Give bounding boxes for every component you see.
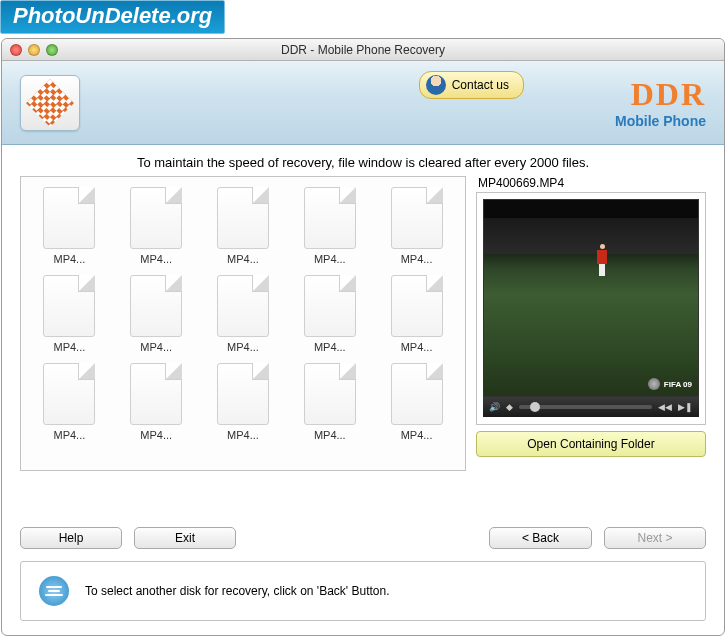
file-label: MP4... xyxy=(213,341,273,353)
file-label: MP4... xyxy=(300,341,360,353)
titlebar: DDR - Mobile Phone Recovery xyxy=(2,39,724,61)
file-list-pane[interactable]: MP4...MP4...MP4...MP4...MP4...MP4...MP4.… xyxy=(20,176,466,471)
file-thumb-icon xyxy=(217,275,269,337)
file-label: MP4... xyxy=(126,429,186,441)
hint-box: To select another disk for recovery, cli… xyxy=(20,561,706,621)
video-scene-player xyxy=(595,244,609,278)
file-label: MP4... xyxy=(387,341,447,353)
file-thumb-icon xyxy=(304,275,356,337)
footer-button-row: Help Exit < Back Next > xyxy=(2,475,724,557)
volume-icon[interactable]: 🔊 xyxy=(489,402,500,412)
file-label: MP4... xyxy=(39,341,99,353)
file-thumb-icon xyxy=(130,363,182,425)
file-item[interactable]: MP4... xyxy=(378,275,455,357)
file-label: MP4... xyxy=(126,341,186,353)
file-item[interactable]: MP4... xyxy=(31,275,108,357)
contact-us-button[interactable]: Contact us xyxy=(419,71,524,99)
file-item[interactable]: MP4... xyxy=(31,363,108,445)
file-label: MP4... xyxy=(126,253,186,265)
maximize-icon[interactable] xyxy=(46,44,58,56)
play-pause-icon[interactable]: ▶❚ xyxy=(678,402,693,412)
checker-icon xyxy=(26,78,74,126)
file-item[interactable]: MP4... xyxy=(291,187,368,269)
file-item[interactable]: MP4... xyxy=(291,363,368,445)
help-button[interactable]: Help xyxy=(20,527,122,549)
next-button: Next > xyxy=(604,527,706,549)
app-window: DDR - Mobile Phone Recovery Contact us D… xyxy=(1,38,725,636)
file-thumb-icon xyxy=(217,187,269,249)
file-thumb-icon xyxy=(391,275,443,337)
site-logo: PhotoUnDelete.org xyxy=(0,0,225,34)
exit-button[interactable]: Exit xyxy=(134,527,236,549)
seek-slider[interactable] xyxy=(519,405,652,409)
file-label: MP4... xyxy=(39,253,99,265)
hint-icon xyxy=(39,576,69,606)
file-thumb-icon xyxy=(43,275,95,337)
ea-logo-icon xyxy=(648,378,660,390)
contact-label: Contact us xyxy=(452,78,509,92)
file-thumb-icon xyxy=(130,275,182,337)
window-title: DDR - Mobile Phone Recovery xyxy=(2,43,724,57)
prev-icon[interactable]: ◀◀ xyxy=(658,402,672,412)
file-thumb-icon xyxy=(43,363,95,425)
app-icon xyxy=(20,75,80,131)
file-thumb-icon xyxy=(304,363,356,425)
stop-icon[interactable]: ◆ xyxy=(506,402,513,412)
file-item[interactable]: MP4... xyxy=(378,363,455,445)
file-item[interactable]: MP4... xyxy=(378,187,455,269)
file-item[interactable]: MP4... xyxy=(205,187,282,269)
file-thumb-icon xyxy=(43,187,95,249)
file-label: MP4... xyxy=(300,253,360,265)
file-item[interactable]: MP4... xyxy=(291,275,368,357)
file-thumb-icon xyxy=(391,187,443,249)
video-controls: 🔊 ◆ ◀◀ ▶❚ xyxy=(483,397,699,417)
file-label: MP4... xyxy=(387,429,447,441)
file-thumb-icon xyxy=(304,187,356,249)
header-banner: Contact us DDR Mobile Phone xyxy=(2,61,724,145)
preview-pane: FIFA 09 🔊 ◆ ◀◀ ▶❚ xyxy=(476,192,706,425)
file-label: MP4... xyxy=(300,429,360,441)
file-label: MP4... xyxy=(387,253,447,265)
file-thumb-icon xyxy=(130,187,182,249)
file-thumb-icon xyxy=(391,363,443,425)
file-item[interactable]: MP4... xyxy=(118,363,195,445)
minimize-icon[interactable] xyxy=(28,44,40,56)
file-item[interactable]: MP4... xyxy=(31,187,108,269)
video-scene-stadium xyxy=(484,218,698,254)
file-item[interactable]: MP4... xyxy=(118,187,195,269)
file-thumb-icon xyxy=(217,363,269,425)
file-item[interactable]: MP4... xyxy=(205,363,282,445)
notice-text: To maintain the speed of recovery, file … xyxy=(20,151,706,176)
open-containing-folder-button[interactable]: Open Containing Folder xyxy=(476,431,706,457)
preview-filename: MP400669.MP4 xyxy=(476,176,706,192)
video-preview[interactable]: FIFA 09 xyxy=(483,199,699,397)
brand-subtitle: Mobile Phone xyxy=(615,113,706,129)
file-item[interactable]: MP4... xyxy=(118,275,195,357)
back-button[interactable]: < Back xyxy=(489,527,592,549)
contact-avatar-icon xyxy=(426,75,446,95)
hint-text: To select another disk for recovery, cli… xyxy=(85,584,390,598)
fifa-watermark: FIFA 09 xyxy=(648,378,692,390)
file-label: MP4... xyxy=(39,429,99,441)
file-label: MP4... xyxy=(213,429,273,441)
brand-logo: DDR xyxy=(615,76,706,113)
close-icon[interactable] xyxy=(10,44,22,56)
file-label: MP4... xyxy=(213,253,273,265)
file-item[interactable]: MP4... xyxy=(205,275,282,357)
